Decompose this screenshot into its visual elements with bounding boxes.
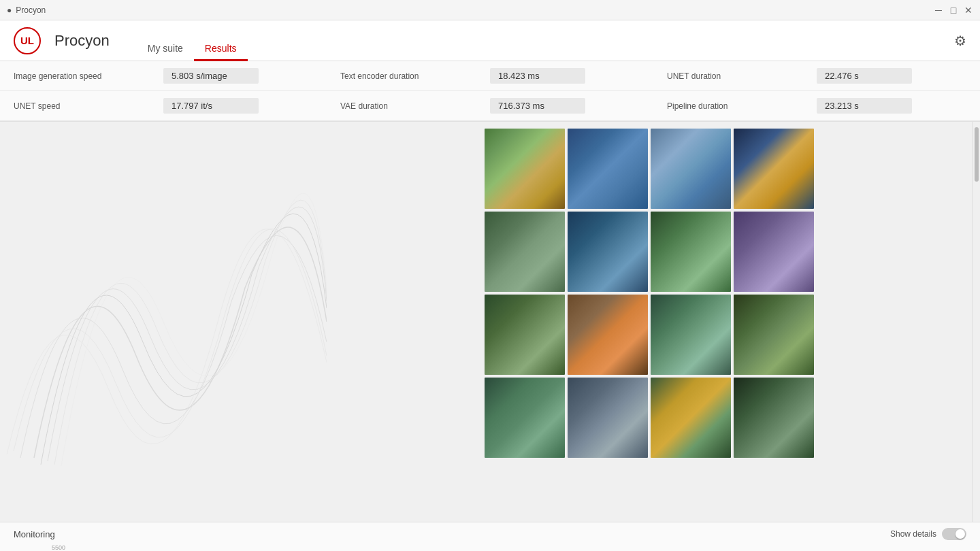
maximize-button[interactable]: □: [949, 5, 958, 15]
header-right: ⚙: [954, 33, 966, 49]
metric-row-0: Image generation speed 5.803 s/image: [0, 61, 327, 91]
nav-tabs: My suite Results: [137, 20, 248, 61]
scrollbar-thumb[interactable]: [975, 127, 979, 182]
app-title: Procyon: [54, 32, 110, 50]
image-cell-7[interactable]: [651, 212, 731, 292]
close-button[interactable]: ✕: [964, 5, 973, 15]
image-cell-10[interactable]: [568, 295, 648, 375]
image-cell-6[interactable]: [568, 212, 648, 292]
chart-svg-container: [68, 543, 966, 551]
image-cell-16[interactable]: [734, 378, 814, 458]
image-cell-9[interactable]: [485, 295, 565, 375]
wave-graphic: [0, 122, 327, 522]
minimize-button[interactable]: ─: [934, 5, 943, 15]
metric-row-3: UNET speed 17.797 it/s: [0, 91, 327, 121]
tab-my-suite[interactable]: My suite: [137, 37, 194, 61]
chart-area: 5500 4500 3500 2500: [14, 543, 966, 551]
toggle-knob: [956, 529, 965, 539]
settings-icon[interactable]: ⚙: [954, 33, 966, 48]
app-icon: ●: [7, 5, 12, 15]
image-cell-1[interactable]: [485, 129, 565, 209]
show-details-row: Show details: [890, 528, 966, 540]
show-details-label: Show details: [890, 529, 936, 539]
metric-label-1: Text encoder duration: [340, 71, 490, 81]
metric-row-2: UNET duration 22.476 s: [653, 61, 980, 91]
title-bar-controls: ─ □ ✕: [934, 5, 973, 15]
image-cell-12[interactable]: [734, 295, 814, 375]
left-panel: [0, 122, 327, 522]
metric-value-2: 22.476 s: [817, 68, 912, 84]
title-bar: ● Procyon ─ □ ✕: [0, 0, 980, 20]
image-grid-area: [327, 122, 972, 522]
monitoring-title: Monitoring: [14, 529, 55, 539]
y-label-5500: 5500: [16, 544, 65, 551]
window-title: Procyon: [16, 5, 46, 15]
image-cell-8[interactable]: [734, 212, 814, 292]
metric-row-5: Pipeline duration 23.213 s: [653, 91, 980, 121]
metric-row-1: Text encoder duration 18.423 ms: [327, 61, 653, 91]
image-cell-2[interactable]: [568, 129, 648, 209]
monitoring-header: Monitoring Show details: [14, 528, 966, 540]
image-cell-14[interactable]: [568, 378, 648, 458]
metric-value-5: 23.213 s: [817, 98, 912, 114]
metric-label-2: UNET duration: [667, 71, 817, 81]
image-grid: [333, 129, 965, 458]
monitoring-chart: [68, 543, 966, 551]
metric-label-4: VAE duration: [340, 101, 490, 111]
image-cell-5[interactable]: [485, 212, 565, 292]
logo: UL: [14, 27, 41, 54]
chart-y-axis: 5500 4500 3500 2500: [14, 543, 68, 551]
metric-label-0: Image generation speed: [14, 71, 163, 81]
metric-value-1: 18.423 ms: [490, 68, 585, 84]
image-cell-13[interactable]: [485, 378, 565, 458]
tab-results[interactable]: Results: [194, 37, 248, 61]
main-content: [0, 122, 980, 522]
image-cell-3[interactable]: [651, 129, 731, 209]
metrics-grid: Image generation speed 5.803 s/image Tex…: [0, 61, 980, 121]
image-cell-15[interactable]: [651, 378, 731, 458]
title-bar-left: ● Procyon: [7, 5, 46, 15]
metric-label-5: Pipeline duration: [667, 101, 817, 111]
monitoring-section: Monitoring Show details 5500 4500 3500 2…: [0, 522, 980, 551]
right-scrollbar[interactable]: [972, 122, 980, 522]
metric-row-4: VAE duration 716.373 ms: [327, 91, 653, 121]
image-cell-4[interactable]: [734, 129, 814, 209]
metric-value-0: 5.803 s/image: [163, 68, 259, 84]
show-details-toggle[interactable]: [942, 528, 966, 540]
metric-value-4: 716.373 ms: [490, 98, 585, 114]
image-cell-11[interactable]: [651, 295, 731, 375]
header: UL Procyon My suite Results ⚙: [0, 20, 980, 61]
metric-value-3: 17.797 it/s: [163, 98, 259, 114]
metrics-bar: Image generation speed 5.803 s/image Tex…: [0, 61, 980, 122]
metric-label-3: UNET speed: [14, 101, 163, 111]
